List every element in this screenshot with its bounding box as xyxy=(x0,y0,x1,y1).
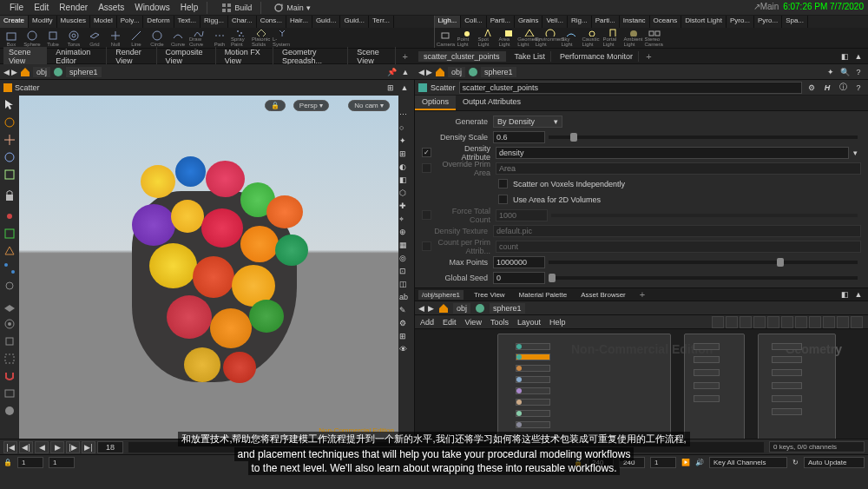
global-seed-slider[interactable] xyxy=(549,276,858,280)
last-frame-button[interactable]: ▶| xyxy=(82,441,95,453)
star-icon[interactable]: ✦ xyxy=(825,66,837,78)
fstart-input[interactable]: 1 xyxy=(49,457,75,468)
step-input[interactable]: 1 xyxy=(650,457,676,468)
shelf-tool-caustic[interactable]: Caustic Light xyxy=(582,28,602,47)
params-node-name[interactable]: scatter_cluster_points xyxy=(459,82,802,94)
display-opt-icon[interactable]: ⋯ xyxy=(399,110,411,122)
shelf-tab[interactable]: Vell... xyxy=(542,16,568,28)
rotate-tool[interactable] xyxy=(2,149,17,165)
count-prim-checkbox[interactable] xyxy=(422,241,431,251)
fwd-button[interactable]: ▶ xyxy=(428,304,434,313)
add-panetab-button[interactable]: + xyxy=(642,51,654,62)
display-opt-icon[interactable]: ◧ xyxy=(399,175,411,188)
menu-icon[interactable]: ▾ xyxy=(849,147,861,159)
network-box[interactable] xyxy=(497,334,671,439)
shelf-tab[interactable]: Guid... xyxy=(312,16,341,28)
panetab-sceneview[interactable]: Scene View xyxy=(3,47,47,66)
display-opt-icon[interactable]: ⬡ xyxy=(399,188,411,201)
cplane-tool[interactable] xyxy=(2,299,17,314)
timeline-track[interactable] xyxy=(128,442,764,453)
node[interactable] xyxy=(516,410,550,417)
display-opt-icon[interactable]: ◎ xyxy=(399,254,411,266)
shelf-tab[interactable]: Grains xyxy=(515,16,543,28)
shelf-tab[interactable]: Parti... xyxy=(592,16,620,28)
next-frame-button[interactable]: |▶ xyxy=(66,441,80,453)
shelf-tool-path[interactable]: Path xyxy=(210,28,229,47)
shelf-tool-lsystem[interactable]: L-System xyxy=(273,28,292,47)
flipbook-tool[interactable] xyxy=(2,386,17,401)
shelf-tool-pointlight[interactable]: Point Light xyxy=(457,28,477,47)
home-icon[interactable] xyxy=(19,66,31,78)
shelf-tab[interactable]: Spa... xyxy=(782,16,808,28)
display-opt-icon[interactable]: ⊞ xyxy=(399,332,411,344)
network-tab[interactable]: Tree View xyxy=(470,290,509,300)
build-desktop-button[interactable]: Build xyxy=(216,1,257,15)
shelf-tool-torus[interactable]: Torus xyxy=(64,28,83,47)
max-points-input[interactable]: 1000000 xyxy=(493,256,545,268)
home-icon[interactable] xyxy=(437,302,450,314)
pin-icon[interactable]: 📌 xyxy=(385,66,398,78)
net-menu-help[interactable]: Help xyxy=(549,318,566,327)
display-opt-icon[interactable]: 👁 xyxy=(399,345,411,357)
play-rev-button[interactable]: ◀ xyxy=(35,441,49,453)
display-opt-icon[interactable]: ⊞ xyxy=(399,149,411,162)
lock-camera[interactable]: 🔒 xyxy=(265,100,286,111)
panetab[interactable]: Take List xyxy=(510,51,552,62)
add-tab-button[interactable]: + xyxy=(636,289,648,300)
display-opt-icon[interactable]: ab xyxy=(399,293,411,305)
menu-edit[interactable]: Edit xyxy=(29,1,54,14)
density-attr-input[interactable]: density xyxy=(496,147,849,159)
render-region-tool[interactable] xyxy=(2,351,17,367)
node[interactable] xyxy=(772,408,802,415)
network-canvas[interactable]: Non-Commercial Edition Geometry xyxy=(415,329,868,439)
display-opt-icon[interactable] xyxy=(399,97,411,109)
path-obj[interactable]: obj xyxy=(448,67,465,77)
shelf-tool-line[interactable]: Line xyxy=(127,28,146,47)
inspect-tool[interactable] xyxy=(2,334,17,349)
node[interactable] xyxy=(516,399,550,406)
snap-prim-tool[interactable] xyxy=(2,243,17,259)
density-scale-slider[interactable] xyxy=(549,135,858,139)
fend-input[interactable]: 240 xyxy=(588,457,614,468)
net-menu-layout[interactable]: Layout xyxy=(517,318,541,327)
network-tab[interactable]: /obj/sphere1 xyxy=(418,290,464,300)
density-attr-checkbox[interactable] xyxy=(422,148,431,157)
node[interactable] xyxy=(516,421,550,428)
shelf-tab[interactable]: Ligh... xyxy=(435,16,462,28)
search-icon[interactable]: 🔍 xyxy=(838,66,851,78)
layout-icon[interactable]: ⊞ xyxy=(385,82,397,94)
shelf-tool-envlight[interactable]: Environment Light xyxy=(541,28,560,47)
shelf-tab[interactable]: Pyro... xyxy=(754,16,782,28)
node[interactable] xyxy=(772,395,802,402)
net-tool-icon[interactable] xyxy=(795,316,807,328)
node[interactable] xyxy=(516,376,550,383)
density-scale-input[interactable]: 0.6 xyxy=(493,131,545,143)
display-opt-icon[interactable]: ✚ xyxy=(399,202,411,214)
select-tool[interactable] xyxy=(2,97,17,113)
shelf-tab[interactable]: Distort Light xyxy=(681,16,727,28)
shelf-tool-box[interactable]: Box xyxy=(2,28,21,47)
path-node[interactable]: sphere1 xyxy=(490,303,525,314)
menu-render[interactable]: Render xyxy=(54,1,93,14)
help-icon[interactable]: ? xyxy=(852,66,865,78)
shelf-tab[interactable]: Poly... xyxy=(117,16,144,28)
panetab[interactable]: Scene View xyxy=(352,47,395,66)
generate-dropdown[interactable]: By Density▾ xyxy=(493,116,562,128)
menu-windows[interactable]: Windows xyxy=(129,1,175,14)
voxels-checkbox[interactable] xyxy=(498,179,508,188)
path-obj[interactable]: obj xyxy=(453,303,470,314)
shelf-tool-grid[interactable]: Grid xyxy=(85,28,104,47)
path-node[interactable]: sphere1 xyxy=(66,67,102,77)
snap-point-tool[interactable] xyxy=(2,261,17,276)
menu-assets[interactable]: Assets xyxy=(93,1,129,14)
back-button[interactable]: ◀ xyxy=(418,68,424,76)
path-obj[interactable]: obj xyxy=(33,67,50,77)
panetab[interactable]: Motion FX View xyxy=(220,47,273,66)
update-mode-dropdown[interactable]: Main ▾ xyxy=(273,3,311,13)
first-frame-button[interactable]: |◀ xyxy=(3,441,17,453)
shelf-tab[interactable]: Model xyxy=(90,16,117,28)
menu-file[interactable]: File xyxy=(4,1,29,14)
shelf-tool-null[interactable]: Null xyxy=(106,28,125,47)
node[interactable] xyxy=(694,343,720,350)
shelf-tab[interactable]: Text... xyxy=(174,16,201,28)
